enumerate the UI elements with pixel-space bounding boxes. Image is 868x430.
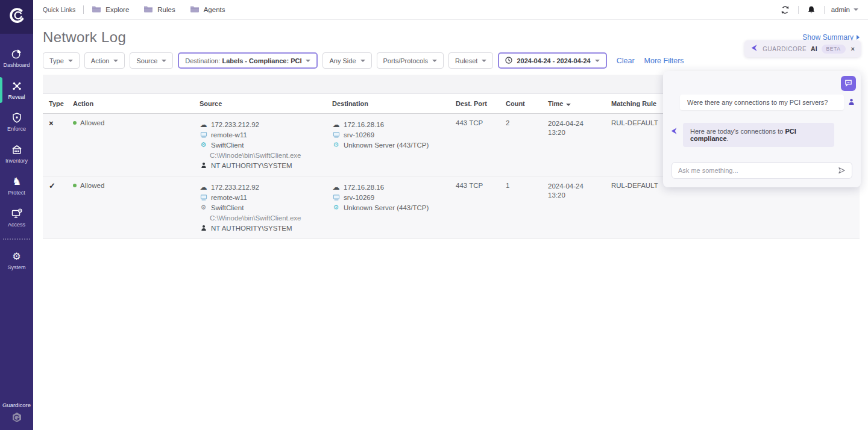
user-menu[interactable]: admin: [831, 6, 858, 13]
sidebar-item-enforce[interactable]: Enforce: [0, 106, 33, 138]
monitor-gear-icon: [11, 208, 22, 219]
sidebar-item-protect[interactable]: ♞ Protect: [0, 170, 33, 202]
dest-ip[interactable]: 172.16.28.16: [344, 184, 384, 191]
filter-ports-protocols[interactable]: Ports/Protocols: [377, 52, 444, 69]
sidebar-item-dashboard[interactable]: Dashboard: [0, 42, 33, 74]
filter-any-side[interactable]: Any Side: [322, 52, 371, 69]
col-header-time[interactable]: Time: [548, 100, 611, 107]
nav-label: Agents: [204, 6, 225, 13]
sidebar-item-inventory[interactable]: Inventory: [0, 138, 33, 170]
chevron-down-icon: [360, 60, 365, 62]
dest-service[interactable]: Unknown Server (443/TCP): [344, 204, 429, 211]
filter-action[interactable]: Action: [84, 52, 125, 69]
destination-cell: 172.16.28.16 srv-10269 Unknown Server (4…: [332, 182, 456, 233]
filter-label: Action: [91, 57, 110, 64]
nav-agents[interactable]: Agents: [190, 5, 225, 14]
folder-icon: [143, 5, 153, 14]
chevron-down-icon: [68, 60, 73, 62]
process-icon: [200, 142, 207, 148]
source-ip[interactable]: 172.233.212.92: [211, 121, 259, 128]
action-cell: Allowed: [73, 119, 200, 126]
close-icon[interactable]: ×: [851, 46, 855, 52]
dest-ip[interactable]: 172.16.28.16: [344, 121, 384, 128]
dest-host[interactable]: srv-10269: [344, 194, 374, 201]
sidebar-item-label: Inventory: [5, 158, 28, 164]
time-date: 2024-04-24: [548, 182, 611, 191]
topbar-divider: [824, 6, 825, 14]
user-message-row: Were there any connections to my PCI ser…: [680, 95, 855, 110]
ai-message-row: Here are today's connections to PCI comp…: [670, 123, 834, 147]
clear-filters-link[interactable]: Clear: [617, 57, 635, 65]
col-header-type[interactable]: Type: [49, 100, 73, 107]
clock-icon: [505, 57, 512, 65]
ai-chat-panel: Were there any connections to my PCI ser…: [663, 71, 861, 187]
refresh-icon[interactable]: [779, 4, 791, 16]
source-ip[interactable]: 172.233.212.92: [211, 184, 259, 191]
nav-explore[interactable]: Explore: [92, 5, 129, 14]
new-chat-button[interactable]: [841, 76, 856, 91]
allowed-type-icon: ✓: [49, 181, 55, 190]
guardicore-ai-chip[interactable]: GUARDICORE AI BETA ×: [744, 40, 861, 57]
user-message: Were there any connections to my PCI ser…: [680, 95, 844, 110]
more-filters-link[interactable]: More Filters: [644, 57, 684, 65]
filter-source[interactable]: Source: [130, 52, 173, 69]
bell-icon[interactable]: [805, 4, 817, 16]
col-header-destination[interactable]: Destination: [332, 100, 456, 107]
filter-ruleset[interactable]: Ruleset: [448, 52, 493, 69]
filter-label: Type: [49, 57, 64, 64]
col-header-action[interactable]: Action: [73, 100, 200, 107]
guardicore-logo-icon: [8, 7, 26, 27]
filter-destination[interactable]: Destination: Labels - Compliance: PCI: [178, 52, 318, 69]
host-icon: [200, 195, 207, 201]
sidebar-item-access[interactable]: Access: [0, 202, 33, 234]
action-label: Allowed: [80, 119, 104, 126]
guardicore-logo[interactable]: [0, 0, 33, 34]
sidebar-item-label: Access: [8, 222, 25, 228]
filter-date-range[interactable]: 2024-04-24 - 2024-04-24: [498, 52, 606, 69]
gear-icon: ⚙: [12, 251, 20, 262]
source-host[interactable]: remote-w11: [211, 131, 247, 139]
count-cell: 2: [506, 119, 548, 170]
time-date: 2024-04-24: [548, 119, 611, 128]
sidebar-item-system[interactable]: ⚙ System: [0, 245, 33, 276]
filter-type[interactable]: Type: [43, 52, 80, 69]
col-header-dest-port[interactable]: Dest. Port: [456, 100, 506, 107]
reveal-icon: [11, 81, 22, 92]
dest-service[interactable]: Unknown Server (443/TCP): [344, 142, 429, 149]
source-cell: 172.233.212.92 remote-w11 SwiftClient C:…: [200, 119, 332, 170]
source-host[interactable]: remote-w11: [211, 194, 247, 201]
nav-label: Rules: [157, 6, 175, 13]
chat-input[interactable]: [678, 167, 838, 174]
service-icon: [332, 204, 340, 211]
time-hour: 13:20: [548, 191, 611, 200]
source-process[interactable]: SwiftClient: [211, 142, 244, 149]
inventory-icon: [11, 145, 22, 155]
quick-links[interactable]: Quick Links: [43, 6, 75, 13]
time-hour: 13:20: [548, 128, 611, 137]
dest-host[interactable]: srv-10269: [344, 131, 374, 139]
page-title: Network Log: [43, 29, 126, 46]
col-header-source[interactable]: Source: [200, 100, 332, 107]
sidebar-footer: Guardicore: [0, 402, 33, 430]
host-icon: [200, 132, 207, 138]
filter-label: Ports/Protocols: [383, 57, 429, 64]
source-user[interactable]: NT AUTHORITY\SYSTEM: [211, 162, 292, 169]
send-icon[interactable]: [838, 167, 846, 174]
col-header-count[interactable]: Count: [506, 100, 548, 107]
nav-label: Explore: [105, 6, 129, 13]
source-path: C:\Winode\bin\SwiftClient.exe: [200, 150, 332, 160]
chat-input-wrapper: [671, 162, 852, 179]
user-name: admin: [831, 6, 850, 13]
sidebar-item-reveal[interactable]: Reveal: [0, 74, 33, 106]
nav-rules[interactable]: Rules: [143, 5, 175, 14]
source-process[interactable]: SwiftClient: [211, 204, 244, 211]
ai-message: Here are today's connections to PCI comp…: [683, 123, 834, 147]
filter-label: 2024-04-24 - 2024-04-24: [517, 57, 590, 64]
matching-rule-cell[interactable]: RUL-DEFAULT: [611, 182, 854, 233]
brand-label: Guardicore: [0, 402, 33, 408]
source-user[interactable]: NT AUTHORITY\SYSTEM: [211, 225, 292, 232]
filter-label: Any Side: [329, 57, 356, 64]
folder-icon: [92, 5, 101, 14]
count-cell: 1: [506, 182, 548, 233]
time-cell: 2024-04-24 13:20: [548, 182, 611, 233]
